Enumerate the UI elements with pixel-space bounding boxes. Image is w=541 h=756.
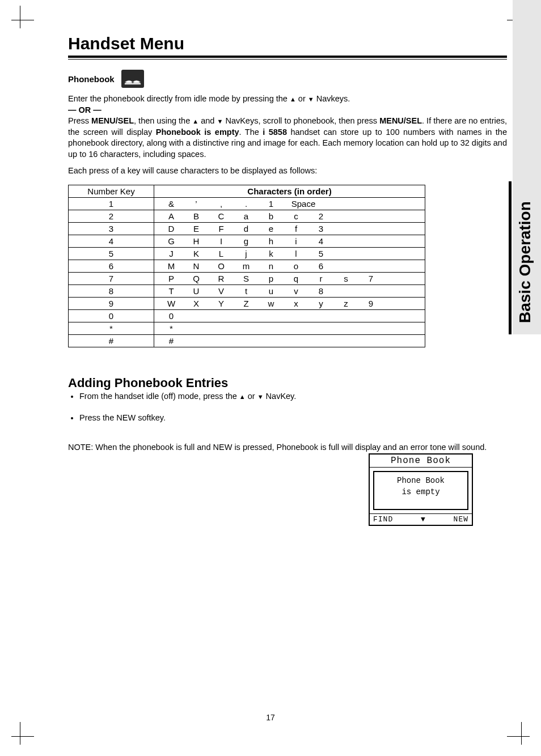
char-value: y (308, 299, 333, 308)
char-value: 2 (308, 211, 333, 221)
char-value: o (284, 261, 308, 271)
table-row: 2ABCabc2 (69, 210, 425, 222)
char-value: b (259, 211, 284, 221)
char-value: m (234, 261, 259, 271)
char-value: X (184, 299, 209, 308)
text: . The (239, 128, 263, 137)
char-value: 7 (358, 274, 383, 283)
table-header-key: Number Key (69, 185, 154, 197)
char-value: L (209, 249, 234, 258)
lcd-line: Phone Book (374, 475, 467, 487)
char-value: A (159, 211, 184, 221)
char-value: z (333, 299, 358, 308)
table-header-chars: Characters (in order) (154, 185, 425, 197)
char-value: 1 (259, 199, 284, 209)
table-cell-chars: # (154, 334, 425, 347)
char-value: x (284, 299, 308, 308)
text: Press the (79, 413, 116, 422)
up-arrow-icon: ▲ (192, 118, 198, 125)
char-value: C (209, 211, 234, 221)
table-row: 7PQRSpqrs7 (69, 272, 425, 284)
lcd-body: Phone Book is empty (373, 471, 468, 510)
table-row: 6MNOmno6 (69, 260, 425, 272)
table-cell-chars: WXYZwxyz9 (154, 297, 425, 309)
text: Enter the phonebook directly from idle m… (68, 94, 290, 103)
down-arrow-icon: ▼ (421, 515, 426, 524)
char-value: h (259, 236, 284, 246)
char-value: N (184, 261, 209, 271)
text: Press (68, 116, 91, 125)
char-value: 6 (308, 261, 333, 271)
text: NavKeys, scroll to phonebook, then press (223, 116, 379, 125)
table-cell-key: 4 (69, 235, 154, 247)
char-value: I (209, 236, 234, 246)
text: is pressed, (232, 443, 276, 452)
char-value: d (234, 224, 259, 233)
up-arrow-icon: ▲ (290, 96, 296, 103)
char-value: r (308, 274, 333, 283)
table-cell-chars: ABCabc2 (154, 210, 425, 222)
table-cell-key: 9 (69, 297, 154, 309)
char-value: k (259, 249, 284, 258)
table-cell-key: 7 (69, 272, 154, 284)
char-value: . (234, 199, 259, 209)
char-value: P (159, 274, 184, 283)
char-value: e (259, 224, 284, 233)
table-row: 9WXYZwxyz9 (69, 297, 425, 309)
table-cell-chars: JKLjkl5 (154, 247, 425, 260)
up-arrow-icon: ▲ (239, 393, 246, 400)
text: , then using the (134, 116, 192, 125)
list-item: From the handset idle (off) mode, press … (79, 392, 507, 401)
char-value: V (209, 286, 234, 296)
side-tab: Basic Operation (513, 0, 541, 334)
char-value: s (333, 274, 358, 283)
page-title: Handset Menu (68, 34, 507, 53)
char-value: U (184, 286, 209, 296)
char-value: J (159, 249, 184, 258)
text: Phonebook is full (277, 443, 339, 452)
table-cell-key: 1 (69, 197, 154, 210)
char-value: 3 (308, 224, 333, 233)
table-row: 00 (69, 309, 425, 322)
table-cell-chars: 0 (154, 309, 425, 322)
table-row: ## (69, 334, 425, 347)
char-value: i (284, 236, 308, 246)
or-divider: — OR — (68, 105, 102, 114)
phonebook-heading: Phonebook (68, 74, 115, 84)
char-value: D (159, 224, 184, 233)
char-value: 0 (159, 311, 184, 321)
table-cell-key: # (69, 334, 154, 347)
char-value: v (284, 286, 308, 296)
char-value: a (234, 211, 259, 221)
table-cell-chars: PQRSpqrs7 (154, 272, 425, 284)
list-item: Press the NEW softkey. (79, 413, 507, 422)
char-value: 8 (308, 286, 333, 296)
table-cell-key: 2 (69, 210, 154, 222)
text: and (198, 116, 217, 125)
table-cell-chars: DEFdef3 (154, 222, 425, 235)
text: When the phonebook is full and (93, 443, 213, 452)
char-value: u (259, 286, 284, 296)
text: NEW (213, 443, 233, 452)
char-value: 9 (358, 299, 383, 308)
text: or (296, 94, 308, 103)
crop-mark (507, 722, 535, 750)
text: MENU/SEL (91, 116, 134, 125)
char-value: R (209, 274, 234, 283)
char-value: G (159, 236, 184, 246)
down-arrow-icon: ▼ (257, 393, 264, 400)
table-row: 8TUVtuv8 (69, 284, 425, 297)
text: i 5858 (263, 128, 287, 137)
text: NOTE: (68, 443, 93, 452)
table-cell-chars: &’,.1Space (154, 197, 425, 210)
table-row: 3DEFdef3 (69, 222, 425, 235)
char-value: O (209, 261, 234, 271)
text: NavKey. (264, 392, 297, 401)
text: Navkeys. (314, 94, 350, 103)
table-cell-key: 5 (69, 247, 154, 260)
char-value: E (184, 224, 209, 233)
char-value: B (184, 211, 209, 221)
char-value: H (184, 236, 209, 246)
char-value: Y (209, 299, 234, 308)
down-arrow-icon: ▼ (217, 118, 223, 125)
